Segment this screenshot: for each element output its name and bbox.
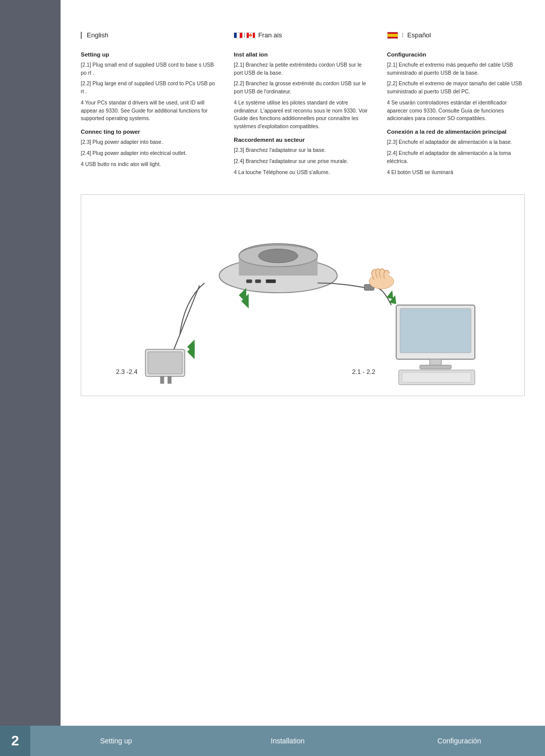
- svg-rect-15: [255, 280, 261, 283]
- spanish-note4: 4 Se usarán controladores estándar el id…: [387, 99, 525, 123]
- spanish-power-note4: 4 El botón USB se iluminará: [387, 169, 525, 177]
- instructions-row: English Setting up [2.1] Plug small end …: [81, 30, 525, 179]
- svg-marker-26: [387, 291, 394, 300]
- french-step-23: [2.3] Branchez l'adaptateur sur la base.: [234, 146, 371, 154]
- speakerphone-section: [219, 244, 374, 309]
- spanish-config-title: Configuración: [387, 50, 525, 59]
- french-note4: 4 Le système utilise les pilotes standar…: [234, 99, 371, 131]
- spanish-flag: [387, 32, 398, 39]
- french-power-note4: 4 La touche Téléphone ou USB s'allume.: [234, 169, 371, 177]
- french-flag: [234, 32, 243, 38]
- english-note4: 4 Your PCs standar d drivers will be use…: [81, 99, 219, 123]
- english-header: English: [81, 30, 219, 43]
- english-setup-title: Setting up: [81, 50, 219, 59]
- left-sidebar: [0, 0, 61, 756]
- spanish-power-title: Conexión a la red de alimentación princi…: [387, 128, 525, 136]
- spanish-step-23: [2.3] Enchufe el adaptador de alimentaci…: [387, 138, 525, 146]
- svg-text:2.3 -2.4: 2.3 -2.4: [116, 368, 138, 375]
- spanish-column: | Español Configuración [2.1] Enchufe el…: [387, 30, 525, 179]
- spanish-header: | Español: [387, 30, 525, 43]
- bottom-bar-sections: Setting up Installation Configuración: [30, 737, 545, 745]
- english-step-23: [2.3] Plug power adapter into base.: [81, 138, 219, 146]
- bottom-bar-number: 2: [0, 726, 30, 756]
- bottom-section-french: Installation: [202, 737, 373, 745]
- french-column: | Fran ais Inst allat ion [2.1] Branchez…: [234, 30, 371, 179]
- english-step-22: [2.2] Plug large end of supplied USB cor…: [81, 80, 219, 96]
- english-power-title: Connec ting to power: [81, 128, 219, 136]
- french-step-24: [2.4] Branchez l'adaptateur sur une pris…: [234, 157, 371, 166]
- svg-rect-23: [420, 365, 451, 369]
- spanish-title: Español: [407, 30, 431, 40]
- svg-rect-5: [168, 376, 172, 384]
- french-title: Fran ais: [258, 30, 282, 40]
- svg-rect-16: [266, 280, 276, 283]
- bottom-bar: 2 Setting up Installation Configuración: [0, 726, 545, 756]
- svg-text:2.1 - 2.2: 2.1 - 2.2: [352, 368, 375, 375]
- svg-rect-3: [148, 352, 182, 374]
- spanish-step-24: [2.4] Enchufe el adaptador de alimentaci…: [387, 149, 525, 166]
- english-step-24: [2.4] Plug power adapter into electrical…: [81, 149, 219, 157]
- english-title: English: [87, 30, 108, 40]
- bottom-section-english: Setting up: [30, 737, 202, 745]
- english-power-note4: 4 USB butto ns indic ator will light.: [81, 160, 219, 169]
- svg-rect-14: [246, 280, 252, 283]
- canada-flag: [246, 32, 255, 38]
- french-step-22: [2.2] Branchez la grosse extrémité du co…: [234, 80, 371, 96]
- diagram-area: 2.3 -2.4: [81, 194, 525, 396]
- bottom-section-spanish: Configuración: [373, 737, 545, 745]
- svg-point-13: [258, 249, 298, 263]
- english-flag-line: [81, 32, 82, 39]
- english-column: English Setting up [2.1] Plug small end …: [81, 30, 219, 179]
- french-header: | Fran ais: [234, 30, 371, 43]
- diagram-svg: 2.3 -2.4: [91, 205, 514, 386]
- main-content: English Setting up [2.1] Plug small end …: [61, 0, 545, 756]
- svg-rect-4: [160, 376, 164, 384]
- power-adapter-section: 2.3 -2.4: [116, 283, 204, 384]
- english-step-21: [2.1] Plug small end of supplied USB cor…: [81, 61, 219, 77]
- french-power-title: Raccordement au secteur: [234, 136, 371, 144]
- page: English Setting up [2.1] Plug small end …: [0, 0, 545, 756]
- french-install-title: Inst allat ion: [234, 50, 371, 59]
- french-step-21: [2.1] Branchez la petite extrémitédu cor…: [234, 61, 371, 77]
- svg-rect-21: [400, 309, 471, 353]
- svg-rect-25: [402, 372, 471, 382]
- svg-line-0: [180, 286, 199, 335]
- spanish-step-22: [2.2] Enchufe el extremo de mayor tamaño…: [387, 80, 525, 96]
- spanish-step-21: [2.1] Enchufe el extremo más pequeño del…: [387, 61, 525, 77]
